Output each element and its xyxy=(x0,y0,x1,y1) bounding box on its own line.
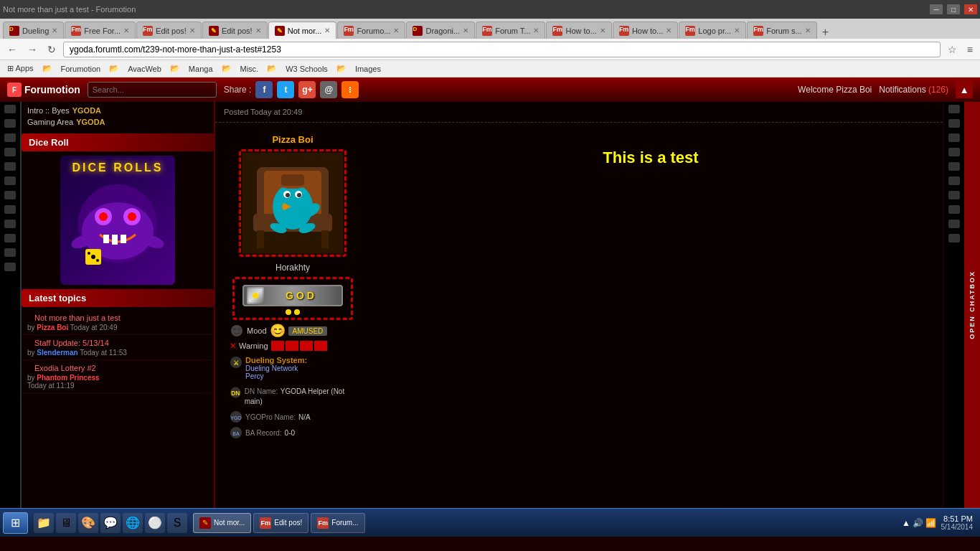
forumotion-icon: F xyxy=(7,83,22,97)
tab-label-forum-s: Forum s... xyxy=(766,27,802,35)
scroll-top-button[interactable]: ▲ xyxy=(956,81,973,98)
taskbar-firefox-icon[interactable]: 🌐 xyxy=(123,513,143,533)
tab-dueling[interactable]: D Dueling ✕ xyxy=(3,22,64,39)
percy-label: Percy xyxy=(245,372,307,380)
bookmark-manga[interactable]: Manga xyxy=(186,63,216,75)
tab-label-dragoni: Dragoni... xyxy=(425,27,460,35)
latest-topics-section: Latest topics » Not more than just a tes… xyxy=(22,289,214,393)
tab-close-notmore[interactable]: ✕ xyxy=(324,27,330,34)
tab-free-for[interactable]: Fm Free For... ✕ xyxy=(65,22,136,39)
taskbar-item-edit[interactable]: Fm Edit pos! xyxy=(253,513,308,533)
tab-not-more[interactable]: ✎ Not mor... ✕ xyxy=(268,22,337,39)
rank-dots xyxy=(237,309,348,315)
email-share-button[interactable]: @ xyxy=(320,81,337,98)
rank-bar: GOD xyxy=(242,285,343,306)
topic-link-1[interactable]: Not more than just a test xyxy=(34,314,121,322)
mood-row: Mood 😊 AMUSED xyxy=(227,323,359,339)
system-clock: 8:51 PM 5/14/2014 xyxy=(941,514,974,531)
tab-close-forum-s[interactable]: ✕ xyxy=(805,27,811,34)
star-button[interactable]: ☆ xyxy=(945,42,960,57)
topic-link-3[interactable]: Exodia Lottery #2 xyxy=(34,364,96,372)
taskbar-item-label-notmore: Not mor... xyxy=(214,519,245,527)
taskbar-chat-icon[interactable]: 💬 xyxy=(100,513,121,533)
dueling-icon: ⚔ xyxy=(230,356,242,369)
forward-button[interactable]: → xyxy=(24,42,40,57)
rank-dot-2 xyxy=(294,309,300,315)
start-button[interactable]: ⊞ xyxy=(3,512,28,534)
taskbar-chrome-icon[interactable]: ⚪ xyxy=(145,513,165,533)
warning-row: ✕ Warning xyxy=(227,341,359,351)
notifications-count[interactable]: (126) xyxy=(928,85,948,95)
tab-label-edit1: Edit pos! xyxy=(156,27,187,35)
taskbar-explorer-icon[interactable]: 🖥 xyxy=(56,513,76,533)
tab-close-forum-t[interactable]: ✕ xyxy=(533,27,539,34)
maximize-btn[interactable]: □ xyxy=(947,4,960,14)
tab-forum-s[interactable]: Fm Forum s... ✕ xyxy=(747,22,817,39)
googleplus-share-button[interactable]: g+ xyxy=(298,81,316,98)
tab-forum-t[interactable]: Fm Forum T... ✕ xyxy=(476,22,545,39)
tab-close-dragoni[interactable]: ✕ xyxy=(463,27,468,34)
twitter-share-button[interactable]: t xyxy=(277,81,294,98)
bookmark-images[interactable]: Images xyxy=(352,63,384,75)
tab-close-free[interactable]: ✕ xyxy=(123,27,129,34)
sidebar-item-gaming[interactable]: Gaming Area YGODA xyxy=(27,116,208,128)
taskbar-item-label-edit: Edit pos! xyxy=(274,519,302,527)
settings-icon[interactable]: ≡ xyxy=(964,42,976,57)
taskbar-file-manager-icon[interactable]: 📁 xyxy=(34,513,54,533)
taskbar-item-icon-edit: Fm xyxy=(260,517,271,529)
sidebar-item-gaming-label: Gaming Area xyxy=(27,118,73,126)
tab-how-to1[interactable]: Fm How to... ✕ xyxy=(546,22,611,39)
topic-author-3: Phantom Princess xyxy=(37,374,99,382)
tab-close-how-to2[interactable]: ✕ xyxy=(666,27,672,34)
new-tab-button[interactable]: + xyxy=(818,26,833,39)
tab-favicon-edit1: Fm xyxy=(143,26,153,36)
dn-name-info: DN Name: YGODA Helper (Not main) xyxy=(245,386,356,406)
tab-forumo[interactable]: Fm Forumo... ✕ xyxy=(337,22,405,39)
tab-logo-pr[interactable]: Fm Logo pr... ✕ xyxy=(679,22,746,39)
tab-close-logo-pr[interactable]: ✕ xyxy=(734,27,740,34)
bookmark-w3schools[interactable]: W3 Schools xyxy=(283,63,331,75)
forum-search-input[interactable] xyxy=(88,82,217,98)
film-hole xyxy=(4,119,16,128)
tab-close-dueling[interactable]: ✕ xyxy=(52,27,57,34)
warning-bar-1 xyxy=(271,341,284,351)
dn-icon: DN xyxy=(230,386,242,399)
tab-close-forumo[interactable]: ✕ xyxy=(393,27,399,34)
address-bar-row: ← → ↻ ☆ ≡ xyxy=(0,39,980,60)
tab-label-free: Free For... xyxy=(84,27,121,35)
facebook-share-button[interactable]: f xyxy=(255,81,273,98)
svg-rect-7 xyxy=(112,235,118,245)
rss-share-button[interactable]: ⫶ xyxy=(341,81,359,98)
chatbox-side[interactable]: OPEN CHATBOX xyxy=(964,102,980,508)
tab-dragoni[interactable]: D Dragoni... ✕ xyxy=(406,22,475,39)
sidebar-item-intro[interactable]: Intro :: Byes YGODA xyxy=(27,105,208,116)
tab-how-to2[interactable]: Fm How to... ✕ xyxy=(613,22,678,39)
bookmark-misc[interactable]: Misc. xyxy=(237,63,262,75)
close-btn[interactable]: ✕ xyxy=(964,4,977,14)
post-user-panel: Pizza Boi xyxy=(221,128,364,446)
reload-button[interactable]: ↻ xyxy=(44,42,59,57)
tab-close-edit2[interactable]: ✕ xyxy=(255,27,261,34)
svg-point-12 xyxy=(91,255,95,259)
taskbar-item-forum[interactable]: Fm Forum... xyxy=(311,513,364,533)
taskbar-item-notmore[interactable]: ✎ Not mor... xyxy=(193,513,251,533)
topic-link-2[interactable]: Staff Update: 5/13/14 xyxy=(34,339,109,347)
bookmark-avacweb[interactable]: AvacWeb xyxy=(125,63,164,75)
svg-rect-6 xyxy=(103,235,109,243)
minimize-btn[interactable]: ─ xyxy=(930,4,943,14)
film-hole xyxy=(4,176,16,185)
back-button[interactable]: ← xyxy=(4,42,20,57)
tab-edit1[interactable]: Fm Edit pos! ✕ xyxy=(136,22,202,39)
address-bar[interactable] xyxy=(63,42,941,57)
tab-close-how-to1[interactable]: ✕ xyxy=(600,27,606,34)
tab-close-edit1[interactable]: ✕ xyxy=(189,27,195,34)
bookmark-forumotion[interactable]: Forumotion xyxy=(58,63,104,75)
taskbar-photoshop-icon[interactable]: 🎨 xyxy=(78,513,98,533)
share-label: Share : xyxy=(224,85,252,95)
tab-edit2[interactable]: ✎ Edit pos! ✕ xyxy=(202,22,268,39)
taskbar-skype-icon[interactable]: S xyxy=(167,513,187,533)
bookmark-apps[interactable]: ⊞ Apps xyxy=(4,62,37,75)
forum-page: F Forumotion Share : f t g+ @ ⫶ Welcome … xyxy=(0,77,980,508)
taskbar-quick-launch: 📁 🖥 🎨 💬 🌐 ⚪ S xyxy=(34,513,187,533)
post-area: Posted Today at 20:49 Pizza Boi xyxy=(215,102,943,508)
